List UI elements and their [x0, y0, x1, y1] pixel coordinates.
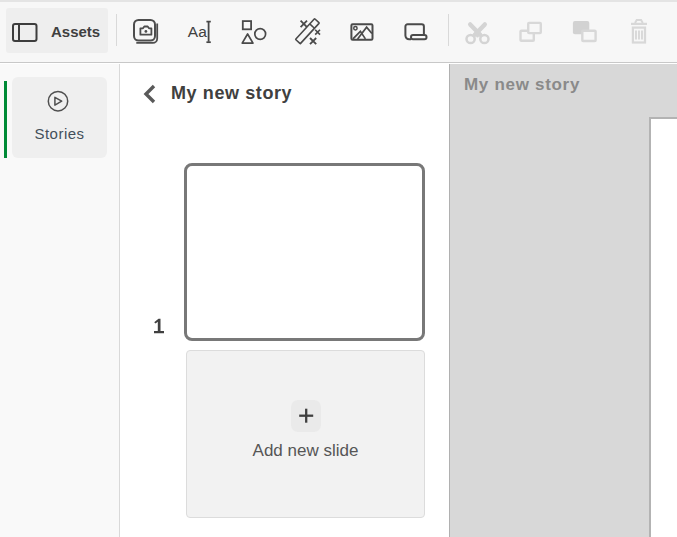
svg-text:Aa: Aa — [188, 23, 207, 40]
